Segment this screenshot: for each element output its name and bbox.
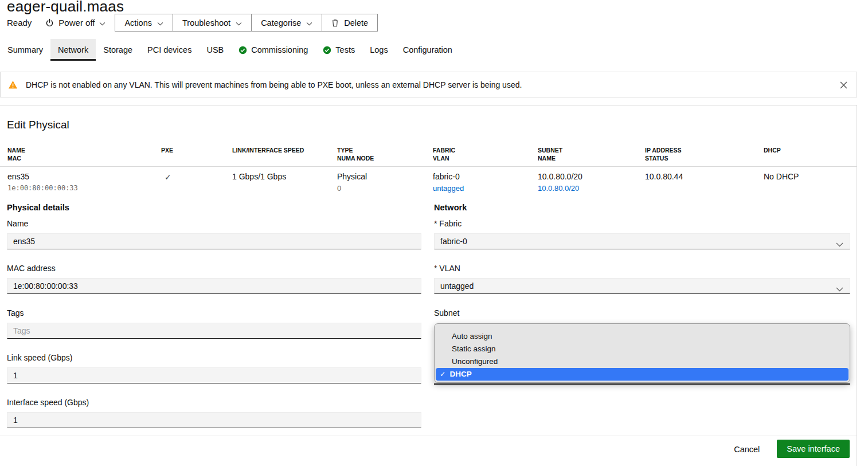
power-off-dropdown[interactable]: Power off (45, 18, 105, 28)
cell-subnet-name: 10.0.80.0/20 10.0.80.0/20 (538, 172, 645, 193)
tab-storage[interactable]: Storage (96, 39, 140, 61)
dhcp-warning-banner: DHCP is not enabled on any VLAN. This wi… (0, 72, 857, 97)
cell-ip-status: 10.0.80.44 (645, 172, 764, 193)
troubleshoot-dropdown-button[interactable]: Troubleshoot (173, 14, 251, 31)
option-label: DHCP (449, 368, 471, 381)
mac-address-input[interactable] (7, 278, 421, 294)
interface-speed-field-group: Interface speed (Gbps) (7, 398, 421, 428)
tab-tests[interactable]: Tests (315, 39, 362, 61)
option-unconfigured[interactable]: Unconfigured (436, 355, 849, 368)
subnet-label: Subnet (434, 308, 850, 318)
categorise-label: Categorise (261, 18, 301, 28)
form-footer: Cancel Save interface (0, 436, 857, 459)
col-header-dhcp: DHCP (764, 146, 857, 162)
actions-dropdown-button[interactable]: Actions (115, 14, 173, 31)
cell-fabric-vlan: fabric-0 untagged (433, 172, 538, 193)
vlan-select[interactable]: untagged (434, 278, 850, 294)
tab-label: Tests (335, 45, 355, 54)
chevron-down-icon (836, 284, 843, 294)
trash-icon (331, 19, 339, 27)
physical-details-column: Physical details Name MAC address Tags L… (7, 203, 421, 442)
vlan-label: * VLAN (434, 264, 850, 273)
tags-label: Tags (7, 308, 421, 318)
col-header-subnet-name: SUBNETNAME (538, 146, 645, 162)
link-speed-field-group: Link speed (Gbps) (7, 353, 421, 383)
subnet-link[interactable]: 10.0.80.0/20 (538, 184, 579, 193)
chevron-down-icon (236, 18, 242, 28)
interface-speed-input[interactable] (7, 412, 421, 428)
power-icon (45, 18, 54, 27)
chevron-down-icon (306, 18, 312, 28)
warning-icon (8, 80, 18, 89)
col-header-speed: LINK/INTERFACE SPEED (232, 146, 337, 162)
save-interface-button[interactable]: Save interface (777, 440, 850, 458)
vlan-field-group: * VLAN untagged (434, 264, 850, 294)
name-input[interactable] (7, 233, 421, 249)
warning-text: DHCP is not enabled on any VLAN. This wi… (26, 80, 522, 89)
link-speed-input[interactable] (7, 367, 421, 383)
col-header-type-numa: TYPENUMA NODE (337, 146, 433, 162)
pxe-check-icon: ✓ (161, 173, 171, 182)
name-field-group: Name (7, 219, 421, 249)
selected-check-icon: ✓ (440, 368, 445, 381)
troubleshoot-label: Troubleshoot (182, 18, 230, 28)
network-heading: Network (434, 203, 850, 212)
tab-configuration[interactable]: Configuration (396, 39, 460, 61)
tab-bar: Summary Network Storage PCI devices USB … (0, 39, 460, 61)
interface-speed-label: Interface speed (Gbps) (7, 398, 421, 407)
close-icon[interactable] (836, 77, 851, 92)
edit-physical-heading: Edit Physical (7, 119, 857, 131)
tags-field-group: Tags (7, 308, 421, 339)
tab-label: Logs (370, 45, 388, 54)
option-auto-assign[interactable]: Auto assign (436, 330, 849, 343)
fabric-label: * Fabric (434, 219, 850, 228)
cell-pxe: ✓ (161, 172, 232, 193)
mac-field-group: MAC address (7, 264, 421, 294)
categorise-dropdown-button[interactable]: Categorise (251, 14, 322, 31)
edit-interface-card: Edit Physical NAMEMAC PXE LINK/INTERFACE… (0, 105, 857, 466)
subnet-select-underline (434, 383, 850, 385)
fabric-field-group: * Fabric fabric-0 (434, 219, 850, 249)
tab-label: Commissioning (251, 45, 308, 54)
tab-network[interactable]: Network (50, 39, 96, 61)
power-label: Power off (58, 18, 95, 28)
option-static-assign[interactable]: Static assign (436, 343, 849, 355)
interface-mac: 1e:00:80:00:00:33 (7, 184, 161, 192)
mac-address-label: MAC address (7, 264, 421, 273)
option-dhcp-selected[interactable]: ✓ DHCP (436, 368, 849, 381)
interface-table: NAMEMAC PXE LINK/INTERFACE SPEED TYPENUM… (0, 146, 857, 193)
interface-name: ens35 (7, 172, 161, 182)
actions-label: Actions (124, 18, 152, 28)
success-check-icon (323, 46, 331, 54)
tab-usb[interactable]: USB (199, 39, 231, 61)
interface-table-header: NAMEMAC PXE LINK/INTERFACE SPEED TYPENUM… (0, 146, 857, 167)
delete-button[interactable]: Delete (322, 14, 377, 31)
table-row: ens35 1e:00:80:00:00:33 ✓ 1 Gbps/1 Gbps … (0, 167, 857, 193)
link-speed-label: Link speed (Gbps) (7, 353, 421, 362)
tab-commissioning[interactable]: Commissioning (231, 39, 315, 61)
numa-node: 0 (337, 184, 433, 193)
col-header-fabric-vlan: FABRICVLAN (433, 146, 538, 162)
col-header-name-mac: NAMEMAC (7, 146, 161, 162)
tab-label: Network (58, 45, 88, 54)
success-check-icon (238, 46, 247, 54)
tab-summary[interactable]: Summary (0, 39, 50, 61)
cell-dhcp: No DHCP (764, 172, 857, 193)
vlan-link[interactable]: untagged (433, 184, 464, 193)
cancel-button[interactable]: Cancel (721, 440, 772, 459)
chevron-down-icon (99, 18, 105, 28)
status-action-row: Ready Power off Actions Troubleshoot Cat… (7, 14, 378, 32)
edit-form: Physical details Name MAC address Tags L… (7, 203, 857, 442)
physical-details-heading: Physical details (7, 203, 421, 212)
name-label: Name (7, 219, 421, 228)
tab-label: Configuration (403, 45, 452, 54)
tab-label: Storage (103, 45, 132, 54)
tab-pci-devices[interactable]: PCI devices (140, 39, 199, 61)
cell-type-numa: Physical 0 (337, 172, 433, 193)
tab-label: PCI devices (147, 45, 191, 54)
tags-input[interactable] (7, 323, 421, 339)
fabric-select[interactable]: fabric-0 (434, 233, 850, 249)
delete-label: Delete (344, 18, 368, 28)
subnet-dropdown-popup: Auto assign Static assign Unconfigured ✓… (434, 323, 850, 383)
tab-logs[interactable]: Logs (362, 39, 395, 61)
